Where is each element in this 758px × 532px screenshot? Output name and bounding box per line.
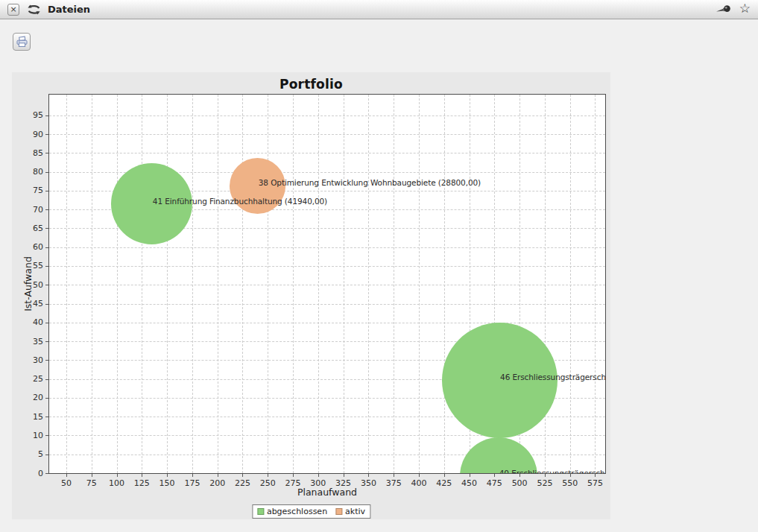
legend-swatch	[335, 508, 342, 515]
x-tick-mark	[470, 474, 470, 477]
chart-title: Portfolio	[12, 77, 610, 92]
y-tick-label: 75	[13, 186, 43, 195]
bubble-label: 46 Erschliessungsträgerschaft	[500, 373, 605, 381]
bubble-label: 41 Einführung Finanzbuchhaltung (41940,0…	[153, 197, 327, 206]
close-icon: ×	[10, 5, 16, 13]
gridline	[49, 323, 605, 323]
y-tick-label: 95	[13, 110, 43, 120]
gridline	[49, 266, 605, 267]
legend-swatch	[257, 508, 264, 515]
plot-area: 41 Einführung Finanzbuchhaltung (41940,0…	[49, 95, 605, 473]
y-tick-mark	[45, 455, 48, 455]
y-tick-mark	[45, 228, 48, 229]
y-tick-mark	[45, 191, 48, 191]
y-tick-label: 60	[13, 242, 43, 252]
y-tick-mark	[45, 473, 48, 474]
x-tick-mark	[494, 474, 495, 477]
y-tick-mark	[45, 153, 48, 153]
x-tick-mark	[167, 474, 168, 477]
x-tick-mark	[419, 474, 420, 477]
y-tick-mark	[45, 341, 48, 342]
x-tick-mark	[545, 474, 546, 477]
y-tick-mark	[45, 134, 48, 135]
gridline	[49, 153, 605, 153]
y-tick-label: 90	[13, 130, 43, 139]
y-tick-mark	[45, 360, 48, 361]
x-tick-mark	[394, 474, 394, 477]
x-tick-mark	[268, 474, 268, 477]
y-tick-mark	[45, 417, 48, 417]
bubble-label: 38 Optimierung Entwicklung Wohnbaugebiet…	[259, 178, 481, 187]
print-button[interactable]	[13, 33, 31, 51]
x-tick-mark	[318, 474, 319, 477]
y-tick-label: 40	[13, 317, 43, 327]
chart-panel: Portfolio 41 Einführung Finanzbuchhaltun…	[12, 72, 610, 519]
y-tick-label: 25	[13, 374, 43, 384]
close-button[interactable]: ×	[7, 4, 19, 16]
y-tick-mark	[45, 247, 48, 248]
y-tick-label: 35	[13, 337, 43, 346]
chart-legend: abgeschlossenaktiv	[252, 504, 370, 519]
data-bubble[interactable]	[460, 437, 537, 473]
window-title: Dateien	[48, 4, 90, 15]
y-tick-label: 80	[13, 167, 43, 177]
y-tick-mark	[45, 304, 48, 305]
y-tick-mark	[45, 398, 48, 399]
x-tick-mark	[192, 474, 193, 477]
x-tick-mark	[117, 474, 118, 477]
x-tick-mark	[92, 474, 92, 477]
sync-icon	[27, 4, 41, 15]
y-tick-mark	[45, 209, 48, 210]
window-titlebar: × Dateien ☆	[0, 0, 758, 19]
y-axis-label: Ist-Aufwand	[22, 256, 34, 311]
y-tick-mark	[45, 435, 48, 436]
bubble-label: 40 Erschliessungsträgerschaft	[499, 469, 605, 473]
gridline	[49, 285, 605, 285]
pin-icon[interactable]	[716, 4, 732, 15]
y-tick-mark	[45, 379, 48, 380]
y-tick-label: 5	[13, 449, 43, 459]
x-tick-mark	[570, 474, 571, 477]
x-tick-mark	[218, 474, 218, 477]
x-tick-mark	[293, 474, 294, 477]
x-tick-mark	[242, 474, 243, 477]
x-tick-mark	[595, 474, 596, 477]
y-tick-label: 65	[13, 224, 43, 233]
application-window: × Dateien ☆	[0, 0, 758, 532]
y-tick-mark	[45, 266, 48, 267]
y-tick-label: 85	[13, 148, 43, 158]
y-tick-mark	[45, 323, 48, 323]
x-tick-mark	[66, 474, 67, 477]
x-axis-label: Planaufwand	[49, 487, 605, 498]
x-tick-mark	[444, 474, 445, 477]
y-tick-label: 70	[13, 205, 43, 215]
printer-icon	[16, 36, 28, 48]
gridline	[49, 247, 605, 248]
legend-label: aktiv	[345, 507, 365, 516]
gridline	[49, 134, 605, 135]
x-tick-mark	[142, 474, 142, 477]
y-tick-mark	[45, 172, 48, 173]
favorite-star-icon[interactable]: ☆	[739, 2, 751, 15]
y-tick-mark	[45, 115, 48, 116]
y-tick-label: 20	[13, 393, 43, 402]
gridline	[49, 304, 605, 305]
legend-label: abgeschlossen	[267, 507, 327, 516]
y-tick-label: 15	[13, 412, 43, 422]
x-tick-mark	[344, 474, 344, 477]
y-tick-label: 0	[13, 469, 43, 478]
legend-item: aktiv	[335, 507, 365, 516]
legend-item: abgeschlossen	[257, 507, 327, 516]
gridline	[49, 435, 605, 436]
x-tick-mark	[368, 474, 369, 477]
y-tick-label: 10	[13, 431, 43, 440]
y-tick-mark	[45, 285, 48, 285]
y-tick-label: 30	[13, 355, 43, 365]
x-tick-mark	[519, 474, 520, 477]
gridline	[49, 115, 605, 116]
